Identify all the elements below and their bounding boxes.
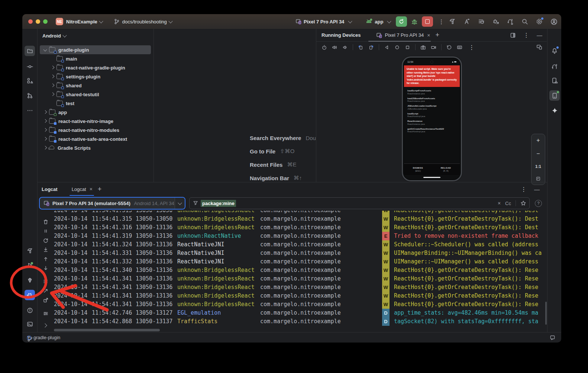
logcat-row[interactable]: 2024-10-14 11:54:41.341 13050-13136 unkn… xyxy=(54,275,546,283)
clear-filter-icon[interactable]: × xyxy=(498,200,501,206)
logcat-row[interactable]: 2024-10-14 11:54:41.324 13050-13136 Reac… xyxy=(54,240,546,249)
favorite-star-icon[interactable] xyxy=(520,200,526,206)
previous-occurrence-icon[interactable] xyxy=(43,256,49,262)
tree-chevron-icon[interactable] xyxy=(50,91,56,97)
gemini-button[interactable] xyxy=(549,105,560,116)
scroll-to-end-icon[interactable] xyxy=(43,247,49,253)
debug-icon[interactable] xyxy=(411,18,418,25)
help-icon[interactable]: ? xyxy=(535,200,542,207)
tree-chevron-icon[interactable] xyxy=(50,74,56,80)
add-device-tab-button[interactable]: + xyxy=(435,31,439,39)
screenshot-icon[interactable] xyxy=(420,45,426,50)
stop-button[interactable] xyxy=(422,16,433,27)
fit-to-window-icon[interactable] xyxy=(536,176,541,181)
search-icon[interactable] xyxy=(521,18,528,25)
emulator-more-menu[interactable]: ⋮ xyxy=(467,44,476,51)
logcat-row[interactable]: 2024-10-14 11:54:41.340 13050-13136 unkn… xyxy=(54,266,546,275)
zoom-reset-button[interactable]: 1:1 xyxy=(535,165,541,169)
tree-chevron-icon[interactable] xyxy=(42,47,48,53)
tree-item[interactable]: shared-testutil xyxy=(40,90,151,99)
device-dropdown-button[interactable] xyxy=(175,198,185,209)
code-inspection-icon[interactable] xyxy=(463,18,470,25)
rotate-left-icon[interactable] xyxy=(358,45,364,50)
tree-item[interactable]: app xyxy=(40,108,151,117)
device-manager-button[interactable] xyxy=(549,75,560,86)
snapshot-icon[interactable] xyxy=(446,45,452,50)
filter-query-text[interactable]: package:mine xyxy=(201,200,236,207)
logcat-row[interactable]: 2024-10-14 11:54:41.332 13050-13136 Reac… xyxy=(54,257,546,266)
logcat-row[interactable]: 2024-10-14 11:54:41.313 13050-13050 unkn… xyxy=(54,211,546,215)
emulator-phone[interactable]: 11:54 Unable to load script. Make sure y… xyxy=(403,58,461,180)
feedback-icon[interactable] xyxy=(550,335,555,340)
match-case-toggle[interactable]: Cc xyxy=(505,201,511,206)
tree-chevron-icon[interactable] xyxy=(42,145,48,151)
tree-chevron-icon[interactable] xyxy=(42,118,48,124)
close-tab-icon[interactable]: × xyxy=(427,32,430,38)
tree-item[interactable]: react-native-safe-area-context xyxy=(40,134,151,143)
notifications-button[interactable] xyxy=(549,46,560,56)
zoom-in-button[interactable]: + xyxy=(536,137,540,143)
status-module-label[interactable]: gradle-plugin xyxy=(33,335,60,340)
vertical-scrollbar[interactable] xyxy=(545,302,547,325)
phone-screen[interactable]: 11:54 Unable to load script. Make sure y… xyxy=(404,59,460,179)
tree-chevron-icon[interactable] xyxy=(50,56,56,62)
minimize-panel-button[interactable]: — xyxy=(537,32,542,38)
logcat-device-selector[interactable]: Pixel 7 Pro API 34 (emulator-5554) Andro… xyxy=(39,197,185,210)
tree-chevron-icon[interactable] xyxy=(50,82,56,88)
panel-options-menu[interactable]: ⋮ xyxy=(522,32,531,39)
restore-view-icon[interactable] xyxy=(43,288,49,294)
overview-icon[interactable] xyxy=(405,45,410,50)
build-icon[interactable] xyxy=(449,18,456,25)
terminal-tool-button[interactable] xyxy=(25,319,35,329)
tree-item[interactable]: react-native-nitro-modules xyxy=(40,126,151,134)
clear-logcat-icon[interactable] xyxy=(43,219,49,225)
close-window-button[interactable] xyxy=(28,19,33,24)
power-icon[interactable] xyxy=(322,45,327,50)
more-tools-button[interactable] xyxy=(25,105,35,116)
logcat-options-menu[interactable]: ⋮ xyxy=(519,186,528,193)
tree-chevron-icon[interactable] xyxy=(42,109,48,115)
zoom-window-button[interactable] xyxy=(43,19,48,24)
tree-chevron-icon[interactable] xyxy=(50,100,56,106)
logcat-log-list[interactable]: 2024-10-14 11:54:41.313 13050-13050 unkn… xyxy=(54,211,546,327)
horizontal-scrollbar[interactable] xyxy=(54,329,160,331)
soft-wrap-icon[interactable] xyxy=(43,279,49,285)
branch-widget[interactable]: docs/troubleshooting xyxy=(114,19,174,25)
logcat-row[interactable]: 2024-10-14 11:54:41.315 13050-13050 unkn… xyxy=(54,215,546,223)
dismiss-button[interactable]: DISMISS (ESC) xyxy=(404,164,432,175)
display-mirror-icon[interactable] xyxy=(536,44,542,50)
device-selector[interactable]: Pixel 7 Pro API 34 xyxy=(295,19,353,25)
device-tab[interactable]: Pixel 7 Pro API 34 × xyxy=(376,32,430,38)
tree-chevron-icon[interactable] xyxy=(42,136,48,142)
next-occurrence-icon[interactable] xyxy=(43,265,49,271)
tree-item[interactable]: Gradle Scripts xyxy=(40,143,151,152)
running-devices-button[interactable] xyxy=(549,90,560,101)
logcat-tab[interactable]: Logcat × xyxy=(72,182,93,196)
profiler-icon[interactable] xyxy=(492,18,499,25)
input-icon[interactable] xyxy=(457,45,462,50)
account-icon[interactable] xyxy=(550,18,558,25)
back-icon[interactable] xyxy=(384,45,390,50)
tree-item[interactable]: main xyxy=(40,54,151,63)
tree-item[interactable]: settings-plugin xyxy=(40,72,151,81)
app-quality-insights-button[interactable] xyxy=(25,275,35,285)
run-config-selector[interactable]: app xyxy=(366,19,392,25)
logcat-row[interactable]: 2024-10-14 11:54:42.868 13050-13137 Traf… xyxy=(54,317,546,326)
home-icon[interactable] xyxy=(394,45,400,50)
run-tool-button[interactable] xyxy=(25,260,35,270)
commit-tool-button[interactable] xyxy=(25,61,35,72)
tree-chevron-icon[interactable] xyxy=(50,65,56,71)
pull-requests-tool-button[interactable] xyxy=(25,90,35,101)
volume-down-icon[interactable] xyxy=(342,45,348,50)
minimize-panel-button[interactable]: — xyxy=(534,186,540,192)
minimize-window-button[interactable] xyxy=(36,19,40,24)
project-tool-button[interactable] xyxy=(25,46,35,56)
zoom-out-button[interactable]: − xyxy=(536,151,540,157)
problems-tool-button[interactable] xyxy=(25,305,35,315)
project-name[interactable]: NitroExample xyxy=(66,19,97,25)
chevron-down-icon[interactable] xyxy=(99,19,103,23)
tree-item[interactable]: gradle-plugin xyxy=(40,45,151,54)
logcat-row[interactable]: 2024-10-14 11:54:41.331 13050-13136 Reac… xyxy=(54,249,546,257)
rerun-button[interactable] xyxy=(396,16,407,27)
logcat-filter-field[interactable]: package:mine × Cc xyxy=(189,197,530,209)
